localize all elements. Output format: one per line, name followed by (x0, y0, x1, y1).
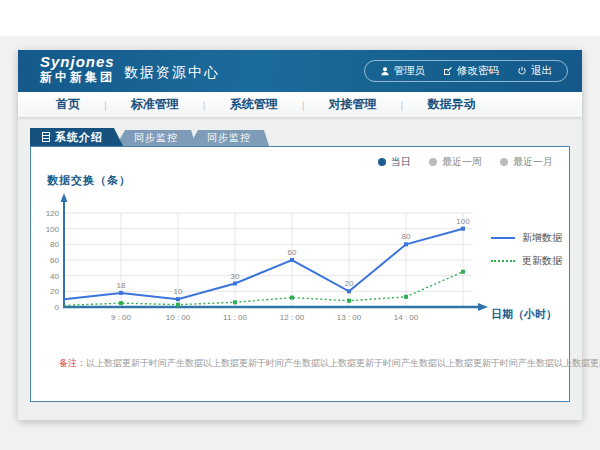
data-point (176, 297, 180, 301)
data-point (461, 227, 465, 231)
footer-note-text: 以上数据更新于时间产生数据以上数据更新于时间产生数据以上数据更新于时间产生数据以… (86, 358, 600, 368)
logo-text-cn: 新中新集团 (40, 71, 115, 84)
x-tick-label: 13 : 00 (337, 313, 362, 322)
y-axis-arrow (61, 193, 68, 202)
chart-panel: 当日 最近一周 最近一月 数据交换（条） 0204060801001209 : … (30, 146, 570, 402)
y-tick-label: 80 (50, 240, 59, 249)
x-tick-label: 14 : 00 (394, 313, 419, 322)
tab-system-intro[interactable]: 系统介绍 (30, 128, 123, 146)
tab-bar: 系统介绍 同步监控 同步监控 (30, 128, 582, 146)
legend-entry-new-data: 新增数据 (491, 231, 562, 245)
content-area: 系统介绍 同步监控 同步监控 当日 最近一周 (18, 128, 582, 430)
data-point (404, 242, 408, 246)
data-point (119, 301, 123, 305)
main-nav: 首页 | 标准管理 | 系统管理 | 对接管理 | 数据异动 (18, 92, 582, 118)
current-user-button[interactable]: 管理员 (371, 64, 435, 78)
nav-item-standard-mgmt[interactable]: 标准管理 (107, 96, 203, 113)
tab-label: 同步监控 (134, 131, 178, 145)
app-window: Synjones 新中新集团 数据资源中心 管理员 修改密码 (18, 50, 582, 420)
chart-y-axis-title: 数据交换（条） (47, 173, 131, 188)
legend-entry-updated-data: 更新数据 (491, 254, 562, 268)
data-point (233, 282, 237, 286)
document-icon (42, 132, 50, 142)
tab-sync-monitor-2[interactable]: 同步监控 (189, 130, 269, 146)
nav-item-interface-mgmt[interactable]: 对接管理 (305, 96, 401, 113)
x-axis-arrow (478, 303, 488, 311)
tab-sync-monitor-1[interactable]: 同步监控 (116, 130, 196, 146)
chart-legend: 新增数据 更新数据 (491, 231, 562, 268)
x-tick-label: 9 : 00 (111, 313, 132, 322)
radio-last-week[interactable]: 最近一周 (429, 155, 482, 169)
radio-dot-selected (378, 158, 386, 166)
x-tick-label: 11 : 00 (223, 313, 247, 322)
x-tick-label: 10 : 00 (166, 313, 191, 322)
radio-label: 最近一月 (513, 155, 553, 169)
radio-label: 最近一周 (442, 155, 482, 169)
data-point-label: 60 (288, 248, 297, 257)
y-tick-label: 60 (50, 256, 59, 265)
data-point (176, 303, 180, 307)
data-point (347, 289, 351, 293)
y-tick-label: 20 (50, 287, 59, 296)
radio-dot (429, 158, 437, 166)
data-point-label: 100 (456, 217, 470, 226)
data-point (290, 296, 294, 300)
line-chart: 0204060801001209 : 0010 : 0011 : 0012 : … (31, 189, 501, 334)
radio-label: 当日 (391, 155, 411, 169)
radio-today[interactable]: 当日 (378, 155, 411, 169)
data-point (290, 258, 294, 262)
company-logo[interactable]: Synjones 新中新集团 (40, 54, 115, 84)
page-title: 数据资源中心 (124, 64, 220, 82)
nav-item-system-mgmt[interactable]: 系统管理 (206, 96, 302, 113)
footer-note: 备注：以上数据更新于时间产生数据以上数据更新于时间产生数据以上数据更新于时间产生… (59, 357, 600, 370)
data-point (347, 299, 351, 303)
user-toolbar: 管理员 修改密码 退出 (364, 60, 569, 82)
y-tick-label: 120 (46, 209, 60, 218)
logout-label: 退出 (531, 64, 552, 78)
solid-line-swatch (491, 237, 515, 239)
footer-note-prefix: 备注： (59, 358, 86, 368)
data-point (404, 295, 408, 299)
y-tick-label: 40 (50, 272, 59, 281)
radio-dot (500, 158, 508, 166)
data-point (233, 300, 237, 304)
nav-item-home[interactable]: 首页 (32, 96, 104, 113)
y-tick-label: 0 (55, 303, 60, 312)
edit-password-icon (443, 66, 453, 76)
data-point (119, 291, 123, 295)
data-point-label: 10 (174, 287, 183, 296)
legend-label: 新增数据 (522, 231, 562, 245)
data-point-label: 80 (402, 232, 411, 241)
y-tick-label: 100 (46, 225, 60, 234)
legend-label: 更新数据 (522, 254, 562, 268)
dotted-line-swatch (491, 260, 515, 262)
data-point-label: 18 (117, 281, 126, 290)
x-tick-label: 12 : 00 (280, 313, 305, 322)
tab-label: 同步监控 (207, 131, 251, 145)
app-header: Synjones 新中新集团 数据资源中心 管理员 修改密码 (18, 50, 582, 92)
logout-button[interactable]: 退出 (508, 64, 561, 78)
change-password-label: 修改密码 (457, 64, 499, 78)
power-icon (517, 66, 527, 76)
data-point-label: 30 (231, 272, 240, 281)
tab-label: 系统介绍 (55, 130, 103, 145)
data-point (461, 270, 465, 274)
nav-item-data-change[interactable]: 数据异动 (403, 96, 499, 113)
user-icon (380, 66, 390, 76)
current-user-label: 管理员 (394, 64, 426, 78)
data-point-label: 20 (345, 279, 354, 288)
radio-last-month[interactable]: 最近一月 (500, 155, 553, 169)
logo-text-en: Synjones (40, 54, 115, 71)
chart-x-axis-title: 日期（小时） (491, 307, 557, 322)
time-range-radio-group: 当日 最近一周 最近一月 (378, 155, 553, 169)
change-password-button[interactable]: 修改密码 (434, 64, 508, 78)
